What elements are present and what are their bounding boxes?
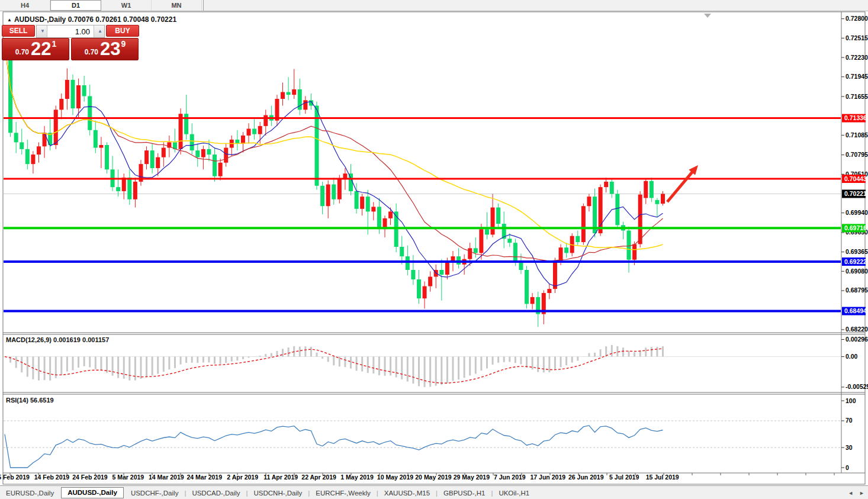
svg-text:0.68795: 0.68795 [846, 286, 868, 294]
svg-text:11 Apr 2019: 11 Apr 2019 [263, 474, 298, 481]
tab-scroll-right-icon[interactable]: ► [859, 490, 864, 496]
svg-text:24 Feb 2019: 24 Feb 2019 [72, 474, 108, 481]
sell-button[interactable]: SELL [2, 25, 35, 37]
tab-usdchf-daily[interactable]: USDCHF-,Daily [125, 487, 185, 499]
svg-text:0.72230: 0.72230 [846, 54, 868, 61]
timeframe-button-h4[interactable]: H4 [0, 0, 50, 11]
svg-text:0.00: 0.00 [846, 353, 858, 360]
timeframe-button-d1[interactable]: D1 [50, 0, 101, 11]
macd-indicator-label: MACD(12,26,9) 0.001619 0.001157 [6, 336, 109, 343]
svg-text:14 Feb 2019: 14 Feb 2019 [34, 474, 70, 481]
svg-text:0.68494: 0.68494 [844, 307, 867, 314]
svg-text:2 Apr 2019: 2 Apr 2019 [227, 474, 258, 481]
toolbar-separator [203, 0, 204, 11]
svg-text:14 Mar 2019: 14 Mar 2019 [149, 474, 184, 481]
svg-text:30: 30 [846, 444, 853, 451]
tab-audusd-daily[interactable]: AUDUSD-,Daily [61, 487, 124, 498]
svg-text:15 Jul 2019: 15 Jul 2019 [646, 474, 679, 481]
rsi-indicator-label: RSI(14) 56.6519 [6, 397, 54, 404]
svg-text:0.68220: 0.68220 [846, 326, 868, 333]
chart-tab-bar: EURUSD-,DailyAUDUSD-,DailyUSDCHF-,Daily|… [0, 485, 868, 499]
sell-price-prefix: 0.70 [15, 48, 29, 56]
chart-window-frame [3, 12, 865, 484]
svg-text:0.69365: 0.69365 [846, 248, 868, 255]
svg-text:22 Apr 2019: 22 Apr 2019 [301, 474, 336, 481]
tab-scroll-buttons: ◄ ► [848, 490, 864, 496]
symbol-title: AUDUSD-,Daily [14, 15, 66, 24]
svg-text:0.69940: 0.69940 [846, 209, 868, 216]
svg-text:0.70221: 0.70221 [844, 190, 867, 197]
tab-usdcad-daily[interactable]: USDCAD-,Daily [186, 487, 246, 499]
volume-stepper: ▼ ▲ [36, 25, 105, 38]
volume-decrease-icon[interactable]: ▼ [37, 25, 47, 37]
svg-text:0.71085: 0.71085 [846, 131, 868, 139]
svg-text:20 May 2019: 20 May 2019 [415, 474, 451, 481]
chart-canvas[interactable]: 0.728000.725150.722300.719450.716550.710… [0, 0, 868, 499]
tab-eurusd-daily[interactable]: EURUSD-,Daily [0, 487, 60, 499]
svg-text:0.69716: 0.69716 [844, 224, 867, 231]
tab-xauusd-m15[interactable]: XAUUSD-,M15 [378, 487, 436, 499]
sell-price-pip: 1 [52, 39, 57, 49]
buy-price-main: 23 [100, 39, 120, 59]
svg-text:5 Jul 2019: 5 Jul 2019 [609, 474, 639, 481]
tab-ukoil-h1[interactable]: UKOil-,H1 [493, 487, 535, 499]
tab-eurchf-weekly[interactable]: EURCHF-,Weekly [310, 487, 376, 499]
svg-text:10 May 2019: 10 May 2019 [377, 474, 413, 481]
tab-gbpusd-h1[interactable]: GBPUSD-,H1 [438, 487, 491, 499]
sell-price-main: 22 [31, 39, 51, 59]
one-click-trade-panel: SELL ▼ ▲ BUY 0.70 22 1 0.70 23 9 [2, 25, 139, 60]
svg-text:5 Feb 2019: 5 Feb 2019 [0, 474, 30, 481]
svg-text:0.69222: 0.69222 [844, 258, 867, 265]
svg-text:0.72515: 0.72515 [846, 34, 868, 41]
svg-text:5 Mar 2019: 5 Mar 2019 [112, 474, 144, 481]
buy-price-prefix: 0.70 [85, 48, 98, 56]
svg-text:29 May 2019: 29 May 2019 [454, 474, 490, 481]
trading-terminal: H4D1W1MN 0.728000.725150.722300.719450.7… [0, 0, 868, 499]
svg-text:100: 100 [846, 397, 856, 404]
svg-text:24 Mar 2019: 24 Mar 2019 [187, 474, 222, 481]
timeframe-button-w1[interactable]: W1 [101, 0, 152, 11]
timeframe-button-mn[interactable]: MN [152, 0, 202, 11]
svg-text:-0.005255: -0.005255 [846, 383, 868, 390]
timeframe-toolbar: H4D1W1MN [0, 0, 868, 11]
ohlc-values: 0.70076 0.70261 0.70048 0.70221 [68, 15, 177, 24]
volume-input[interactable] [47, 25, 94, 37]
svg-text:70: 70 [846, 417, 853, 424]
tab-usdcnh-daily[interactable]: USDCNH-,Daily [248, 487, 308, 499]
svg-text:0.71945: 0.71945 [846, 73, 868, 80]
svg-text:0.72800: 0.72800 [846, 15, 868, 22]
buy-button[interactable]: BUY [106, 25, 139, 37]
tab-scroll-left-icon[interactable]: ◄ [848, 490, 853, 496]
svg-text:0: 0 [846, 464, 849, 471]
svg-text:0.70795: 0.70795 [846, 151, 868, 158]
tabs-container: EURUSD-,DailyAUDUSD-,DailyUSDCHF-,Daily|… [0, 487, 535, 499]
svg-text:1 May 2019: 1 May 2019 [340, 474, 374, 481]
svg-text:26 Jun 2019: 26 Jun 2019 [568, 474, 604, 481]
buy-price-box[interactable]: 0.70 23 9 [71, 38, 139, 60]
svg-text:0.69080: 0.69080 [846, 268, 868, 275]
svg-text:0.002962: 0.002962 [846, 336, 868, 343]
volume-increase-icon[interactable]: ▲ [94, 25, 104, 37]
svg-text:17 Jun 2019: 17 Jun 2019 [531, 474, 566, 481]
svg-text:7 Jun 2019: 7 Jun 2019 [494, 474, 526, 481]
sell-price-box[interactable]: 0.70 22 1 [2, 38, 69, 60]
svg-text:0.70443: 0.70443 [844, 175, 867, 182]
svg-text:0.71336: 0.71336 [844, 114, 867, 121]
svg-text:0.71655: 0.71655 [846, 93, 868, 100]
collapse-triangle-icon[interactable]: ▲ [7, 17, 12, 22]
buy-price-pip: 9 [121, 39, 126, 49]
chart-symbol-header: ▲AUDUSD-,Daily 0.70076 0.70261 0.70048 0… [7, 15, 176, 24]
